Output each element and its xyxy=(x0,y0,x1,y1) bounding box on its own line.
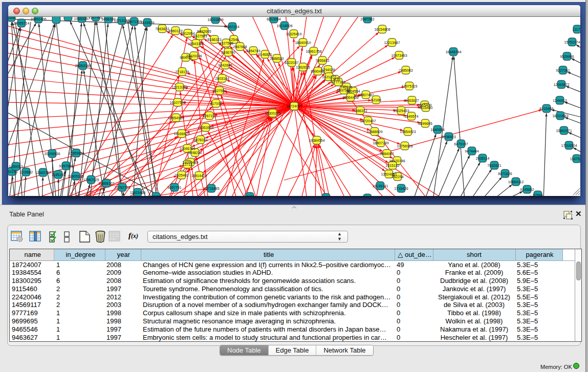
svg-text:9857791: 9857791 xyxy=(167,186,181,189)
svg-text:1649574: 1649574 xyxy=(404,115,418,118)
svg-text:19756928: 19756928 xyxy=(397,144,412,148)
svg-text:9242845: 9242845 xyxy=(218,63,232,67)
svg-text:18807249: 18807249 xyxy=(373,141,388,145)
svg-text:16033809: 16033809 xyxy=(207,18,223,21)
svg-text:12213389: 12213389 xyxy=(171,85,187,89)
svg-text:5822605: 5822605 xyxy=(197,30,211,33)
svg-text:8878334: 8878334 xyxy=(193,138,207,142)
svg-text:9397586: 9397586 xyxy=(59,164,73,168)
svg-text:1244413: 1244413 xyxy=(553,99,567,102)
svg-text:3624554: 3624554 xyxy=(346,90,360,93)
svg-text:8813054: 8813054 xyxy=(267,17,280,21)
svg-text:19166829: 19166829 xyxy=(173,132,189,136)
svg-text:7632621: 7632621 xyxy=(487,164,501,167)
svg-text:12213987: 12213987 xyxy=(384,41,400,45)
svg-text:19654923: 19654923 xyxy=(400,130,416,134)
svg-text:1145194: 1145194 xyxy=(52,173,66,177)
svg-text:16543362: 16543362 xyxy=(188,42,204,46)
svg-text:29053346: 29053346 xyxy=(75,64,91,68)
svg-text:16782759: 16782759 xyxy=(114,186,130,189)
svg-text:12713: 12713 xyxy=(182,163,192,166)
svg-text:19136141: 19136141 xyxy=(372,184,388,188)
svg-text:1362615: 1362615 xyxy=(296,65,310,69)
svg-text:15720407: 15720407 xyxy=(360,119,376,123)
svg-text:10688609: 10688609 xyxy=(366,130,382,134)
svg-text:9327508: 9327508 xyxy=(219,41,233,45)
svg-text:16210643: 16210643 xyxy=(552,114,568,118)
svg-text:7357224: 7357224 xyxy=(225,25,239,29)
svg-text:16914479: 16914479 xyxy=(191,174,207,178)
svg-text:62160: 62160 xyxy=(371,98,381,102)
svg-text:19384554: 19384554 xyxy=(309,139,324,142)
svg-text:1115682: 1115682 xyxy=(19,170,33,174)
svg-text:12093872: 12093872 xyxy=(553,83,569,86)
svg-text:12546: 12546 xyxy=(229,38,239,41)
svg-text:18300275: 18300275 xyxy=(265,112,280,115)
svg-text:87964: 87964 xyxy=(533,193,543,196)
svg-text:9463627: 9463627 xyxy=(405,99,419,102)
svg-text:6479197: 6479197 xyxy=(454,142,468,146)
svg-text:12905185: 12905185 xyxy=(68,174,83,178)
svg-text:19218506: 19218506 xyxy=(276,24,292,28)
svg-text:9474444: 9474444 xyxy=(465,149,478,153)
svg-text:10025433: 10025433 xyxy=(393,109,409,113)
svg-text:7955812: 7955812 xyxy=(315,59,329,62)
svg-text:1167533: 1167533 xyxy=(570,157,580,161)
svg-text:15692071: 15692071 xyxy=(556,129,572,133)
svg-text:20364456: 20364456 xyxy=(342,96,358,99)
svg-text:2935114: 2935114 xyxy=(476,157,490,160)
svg-text:83921: 83921 xyxy=(151,195,161,196)
svg-text:20206536: 20206536 xyxy=(44,152,60,156)
svg-text:12942757: 12942757 xyxy=(35,171,51,174)
svg-text:17359924: 17359924 xyxy=(68,151,84,155)
svg-text:17016504: 17016504 xyxy=(561,144,577,147)
svg-text:11325419: 11325419 xyxy=(286,32,302,36)
svg-text:10654112: 10654112 xyxy=(508,180,524,184)
svg-text:9115460: 9115460 xyxy=(419,106,433,110)
svg-text:1459013: 1459013 xyxy=(9,165,23,168)
svg-text:19654985: 19654985 xyxy=(168,116,184,120)
svg-text:2936760: 2936760 xyxy=(221,51,235,54)
svg-text:16671355: 16671355 xyxy=(126,20,142,24)
svg-text:10973493: 10973493 xyxy=(391,54,407,57)
svg-text:6794028: 6794028 xyxy=(321,68,335,72)
svg-text:8322037: 8322037 xyxy=(285,61,298,64)
svg-text:8267110: 8267110 xyxy=(203,114,216,118)
svg-text:2803144: 2803144 xyxy=(215,77,229,80)
svg-text:9327503: 9327503 xyxy=(193,34,207,38)
svg-text:8899695: 8899695 xyxy=(418,122,432,125)
svg-text:9245652: 9245652 xyxy=(520,188,534,191)
svg-text:9227341: 9227341 xyxy=(556,69,570,72)
svg-text:15718485: 15718485 xyxy=(203,187,219,190)
svg-text:92450: 92450 xyxy=(245,195,255,196)
svg-text:20891406: 20891406 xyxy=(30,17,46,21)
svg-text:11923468: 11923468 xyxy=(130,191,146,194)
svg-text:1588520: 1588520 xyxy=(270,57,284,60)
svg-text:1733426: 1733426 xyxy=(394,187,408,190)
svg-text:12975115: 12975115 xyxy=(402,84,418,88)
svg-text:8427552: 8427552 xyxy=(212,89,226,93)
svg-text:16648784: 16648784 xyxy=(445,50,461,54)
svg-text:11353594: 11353594 xyxy=(198,126,214,129)
svg-text:16961758: 16961758 xyxy=(306,50,321,53)
svg-text:2087682: 2087682 xyxy=(360,17,374,21)
svg-text:252254: 252254 xyxy=(391,175,403,179)
svg-text:9529966: 9529966 xyxy=(560,55,574,58)
svg-text:391194: 391194 xyxy=(8,170,18,173)
svg-text:8186323: 8186323 xyxy=(207,38,221,41)
svg-text:1640954: 1640954 xyxy=(430,128,444,132)
svg-text:10046766: 10046766 xyxy=(179,147,195,150)
svg-text:2867608: 2867608 xyxy=(233,45,247,49)
svg-text:18724007: 18724007 xyxy=(286,104,302,108)
svg-text:8938923: 8938923 xyxy=(442,135,455,139)
svg-text:7663822: 7663822 xyxy=(155,27,169,31)
svg-text:1527602: 1527602 xyxy=(89,17,102,19)
svg-text:7485063: 7485063 xyxy=(399,69,412,72)
svg-text:1615132: 1615132 xyxy=(385,164,399,167)
svg-text:10653287: 10653287 xyxy=(74,17,90,20)
svg-text:9146821: 9146821 xyxy=(258,53,272,56)
svg-text:9884067: 9884067 xyxy=(380,152,394,156)
svg-text:989013: 989013 xyxy=(180,56,191,59)
svg-text:16107553: 16107553 xyxy=(169,101,185,104)
svg-text:2718176: 2718176 xyxy=(175,70,189,74)
